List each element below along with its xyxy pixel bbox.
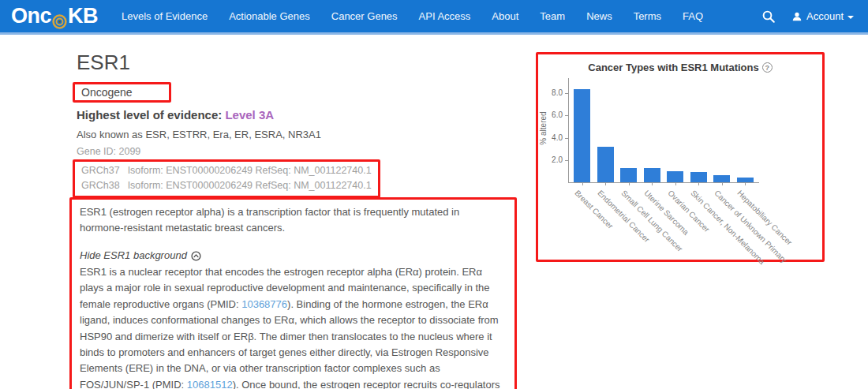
y-tick-mark: [565, 93, 568, 94]
oncokb-logo[interactable]: Onc KB: [11, 4, 98, 28]
nav-item-faq[interactable]: FAQ: [683, 10, 703, 22]
background-text-segment: ). Binding of the hormone estrogen, the …: [80, 298, 499, 389]
x-tick-mark: [675, 183, 676, 185]
gene-classification-label: Oncogene: [81, 86, 133, 99]
chevron-down-icon: [847, 16, 854, 19]
isoform-info-box: GRCh37Isoform: ENST00000206249 RefSeq: N…: [73, 159, 380, 198]
nav-item-cancer-genes[interactable]: Cancer Genes: [331, 10, 398, 22]
nav-item-levels-of-evidence[interactable]: Levels of Evidence: [122, 10, 208, 22]
y-tick-mark: [565, 138, 568, 139]
genome-build-label: GRCh37: [81, 165, 120, 176]
y-axis-line: [568, 78, 569, 182]
account-label: Account: [806, 10, 844, 22]
x-tick-mark: [698, 183, 699, 185]
gene-page-content: ESR1 Oncogene Highest level of evidence:…: [77, 50, 518, 389]
pmid-link[interactable]: 10368776: [241, 298, 287, 310]
x-tick-mark: [605, 183, 606, 185]
chart-bar[interactable]: [644, 168, 660, 182]
chart-bar[interactable]: [597, 147, 614, 182]
page-title: ESR1: [77, 50, 518, 75]
nav-item-terms[interactable]: Terms: [634, 10, 661, 22]
nav-item-api-access[interactable]: API Access: [419, 10, 471, 22]
nav-item-news[interactable]: News: [586, 10, 612, 22]
x-tick-mark: [722, 183, 723, 185]
gene-description-box: ESR1 (estrogen receptor alpha) is a tran…: [69, 197, 517, 389]
evidence-level-link[interactable]: Level 3A: [225, 108, 274, 122]
account-menu[interactable]: Account: [791, 10, 854, 22]
collapse-circle-arrow-icon: [191, 250, 201, 260]
x-tick-mark: [745, 183, 746, 185]
y-tick-label: 6.0: [542, 110, 563, 119]
genome-build-label: GRCh38: [81, 180, 120, 191]
gene-id: Gene ID: 2099: [77, 146, 518, 157]
isoform-detail: Isoform: ENST00000206249 RefSeq: NM_0011…: [128, 180, 372, 191]
chart-bar[interactable]: [667, 171, 683, 182]
x-tick-mark: [652, 183, 653, 185]
nav-item-about[interactable]: About: [492, 10, 518, 22]
pmid-link[interactable]: 10681512: [187, 379, 233, 389]
isoform-row: GRCh37Isoform: ENST00000206249 RefSeq: N…: [81, 163, 372, 178]
chart-bar[interactable]: [690, 172, 707, 182]
evidence-label: Highest level of evidence:: [77, 108, 225, 122]
chart-canvas: Cancer Types with ESR1 Mutations? % alte…: [538, 54, 822, 260]
hide-background-label: Hide ESR1 background: [80, 248, 187, 264]
gene-aliases: Also known as ESR, ESTRR, Era, ER, ESRA,…: [77, 129, 518, 140]
chart-bar[interactable]: [574, 89, 590, 182]
gene-summary: ESR1 (estrogen receptor alpha) is a tran…: [80, 204, 506, 237]
gene-background-text: ESR1 is a nuclear receptor that encodes …: [80, 264, 506, 389]
user-icon: [791, 11, 803, 22]
x-tick-mark: [629, 183, 630, 185]
nav-right: Account: [761, 9, 857, 24]
top-navbar: Onc KB Levels of EvidenceActionable Gene…: [0, 0, 868, 35]
cancer-types-chart: Cancer Types with ESR1 Mutations? % alte…: [536, 52, 825, 262]
chart-bar[interactable]: [737, 178, 754, 182]
search-icon[interactable]: [761, 9, 776, 24]
y-tick-mark: [565, 115, 568, 116]
highest-evidence-line: Highest level of evidence: Level 3A: [77, 108, 518, 122]
y-tick-label: 8.0: [542, 88, 563, 97]
nav-item-actionable-genes[interactable]: Actionable Genes: [229, 10, 310, 22]
isoform-detail: Isoform: ENST00000206249 RefSeq: NM_0011…: [128, 165, 372, 176]
chart-bar[interactable]: [620, 168, 637, 182]
target-icon: [52, 10, 67, 25]
gene-classification-badge: Oncogene: [73, 82, 171, 103]
isoform-row: GRCh38Isoform: ENST00000206249 RefSeq: N…: [81, 178, 372, 193]
y-tick-label: 2.0: [542, 155, 563, 164]
logo-text-suffix: KB: [68, 4, 98, 28]
x-axis-category-label: Ovarian Cancer: [666, 189, 711, 234]
chart-bar[interactable]: [713, 175, 730, 182]
chart-plot-area: 2.04.06.08.0Breast CancerEndometrial Can…: [538, 54, 822, 260]
x-tick-mark: [582, 183, 583, 185]
logo-text-prefix: Onc: [11, 4, 51, 28]
hide-background-toggle[interactable]: Hide ESR1 background: [80, 248, 506, 264]
y-tick-mark: [565, 160, 568, 161]
nav-menu: Levels of EvidenceActionable GenesCancer…: [122, 10, 703, 22]
x-axis-line: [568, 182, 759, 183]
nav-item-team[interactable]: Team: [540, 10, 565, 22]
y-tick-label: 4.0: [542, 133, 563, 142]
